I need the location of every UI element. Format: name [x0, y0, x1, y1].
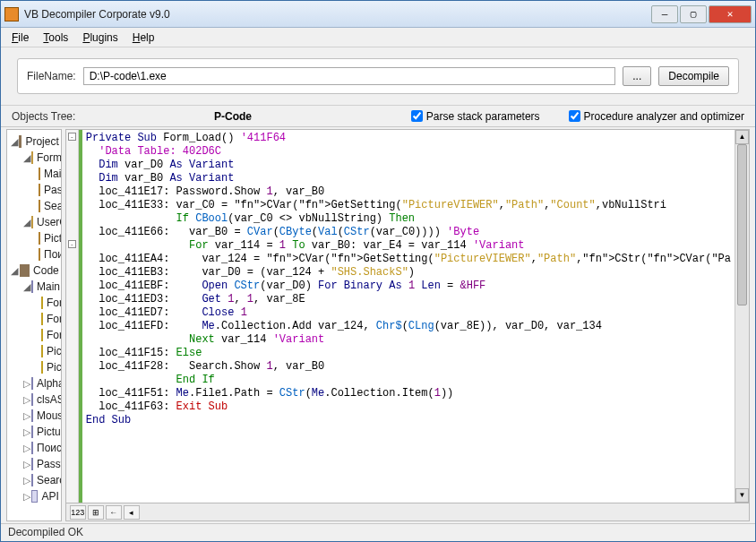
method-icon: [41, 329, 43, 341]
form-icon: [39, 184, 40, 196]
tree-method[interactable]: Form_Load_411F64: [9, 295, 59, 311]
expander-icon[interactable]: ▷: [23, 491, 30, 502]
code-text[interactable]: Private Sub Form_Load() '411F64 'Data Ta…: [82, 130, 735, 503]
expander-icon[interactable]: ◢: [23, 152, 30, 163]
module-icon: [31, 280, 33, 293]
tree-module-api[interactable]: ▷API: [9, 488, 59, 504]
tree-form-search[interactable]: Search: [9, 198, 59, 214]
statusbar-btn-4[interactable]: ◂: [124, 505, 140, 520]
vertical-scrollbar[interactable]: ▲ ▼: [735, 130, 749, 503]
code-gutter[interactable]: - -: [66, 130, 79, 503]
expander-icon[interactable]: ▷: [23, 459, 30, 469]
statusbar-btn-1[interactable]: 123: [70, 505, 86, 520]
expander-icon[interactable]: ◢: [11, 136, 18, 147]
menu-plugins[interactable]: Plugins: [75, 30, 125, 46]
tree-module-clsasmpic[interactable]: ▷clsASMpic: [9, 391, 59, 408]
status-bar: Decompiled OK: [1, 523, 755, 541]
tree-form-password[interactable]: Password: [9, 182, 59, 198]
tree-uc-item[interactable]: Поиск: [9, 246, 59, 262]
proc-analyzer-label: Procedure analyzer and optimizer: [584, 110, 744, 123]
tree-uc-item[interactable]: PictureViever: [9, 230, 59, 246]
tree-label: Code: [33, 264, 59, 277]
tree-label: Project: [25, 135, 58, 148]
menu-help-label: elp: [140, 31, 154, 44]
close-button[interactable]: ✕: [709, 5, 752, 23]
titlebar[interactable]: VB Decompiler Corporate v9.0 — ▢ ✕: [1, 1, 755, 28]
menu-file[interactable]: File: [4, 30, 36, 46]
expander-icon[interactable]: ▷: [23, 443, 30, 453]
objects-tree[interactable]: ◢Project◢FormsMainPasswordSearch◢UserCon…: [6, 129, 62, 521]
menu-help[interactable]: Help: [125, 30, 162, 46]
scroll-up-button[interactable]: ▲: [735, 130, 749, 144]
folder-icon: [31, 151, 33, 164]
method-icon: [41, 345, 43, 357]
tree-method[interactable]: PictureViever1_Unknown: [9, 359, 59, 375]
expander-icon[interactable]: ▷: [23, 410, 30, 421]
tree-code[interactable]: ◢Code: [9, 262, 59, 279]
tree-module-alphablend[interactable]: ▷Alphablend: [9, 375, 59, 391]
tree-module-pictureviever[interactable]: ▷PictureViever: [9, 424, 59, 440]
expander-icon[interactable]: ◢: [23, 281, 30, 292]
parse-stack-checkbox[interactable]: [411, 110, 423, 122]
tree-module-поиск[interactable]: ▷Поиск: [9, 440, 59, 456]
browse-button[interactable]: ...: [623, 66, 651, 86]
tree-label: API: [41, 490, 58, 503]
tree-module-search[interactable]: ▷Search: [9, 472, 59, 488]
expander-icon[interactable]: ▷: [23, 378, 30, 389]
tree-label: PictureViever: [37, 426, 62, 438]
scroll-thumb[interactable]: [737, 144, 747, 305]
tree-method[interactable]: Form_KeyPress_413E1C: [9, 327, 59, 343]
status-text: Decompiled OK: [8, 526, 83, 538]
module-icon: [31, 426, 33, 438]
tree-forms[interactable]: ◢Forms: [9, 150, 59, 166]
fold-marker-icon[interactable]: -: [68, 133, 76, 141]
scroll-down-button[interactable]: ▼: [735, 488, 749, 503]
menu-tools[interactable]: Tools: [36, 30, 75, 46]
tree-label: PictureViever1_Unknown: [47, 345, 62, 357]
proc-analyzer-checkbox[interactable]: [569, 110, 580, 122]
code-area[interactable]: - - Private Sub Form_Load() '411F64 'Dat…: [65, 129, 750, 503]
tree-usercontrols[interactable]: ◢UserControls: [9, 214, 59, 230]
folder-icon: [31, 216, 33, 228]
proc-analyzer-checkbox-wrap[interactable]: Procedure analyzer and optimizer: [569, 110, 744, 123]
expander-icon[interactable]: ◢: [23, 217, 30, 228]
module-icon: [31, 474, 33, 486]
decompile-button[interactable]: Decompile: [658, 66, 729, 86]
minimize-button[interactable]: —: [651, 5, 678, 23]
expander-icon[interactable]: ◢: [11, 265, 19, 276]
fold-marker-icon[interactable]: -: [68, 240, 76, 248]
statusbar-btn-3[interactable]: ←: [106, 505, 122, 520]
maximize-button[interactable]: ▢: [680, 5, 707, 23]
tree-label: Form_KeyPress_413E1C: [47, 329, 62, 341]
tree-label: PictureViever: [44, 232, 62, 245]
tree-label: UserControls: [37, 216, 62, 228]
tree-label: clsASMpic: [37, 393, 62, 406]
method-icon: [41, 297, 43, 309]
tree-label: Поиск: [37, 442, 62, 454]
tree-project[interactable]: ◢Project: [9, 133, 59, 150]
app-icon: [4, 7, 19, 22]
tree-main[interactable]: ◢Main: [9, 279, 59, 295]
tree-label: PictureViever1_Unknown: [47, 361, 62, 374]
expander-icon[interactable]: ▷: [23, 394, 30, 405]
tree-label: Form_Load_411F64: [47, 297, 62, 309]
tree-module-mousescrollapi[interactable]: ▷MouseScrollApi: [9, 408, 59, 424]
code-section-title: P-Code: [214, 110, 393, 123]
statusbar-btn-2[interactable]: ⊞: [88, 505, 104, 520]
file-row: FileName: ... Decompile: [17, 58, 739, 94]
form-icon: [39, 248, 40, 261]
method-icon: [41, 313, 43, 325]
expander-icon[interactable]: ▷: [23, 426, 30, 437]
parse-stack-checkbox-wrap[interactable]: Parse stack parameters: [411, 110, 540, 123]
tree-method[interactable]: PictureViever1_Unknown: [9, 343, 59, 359]
filename-input[interactable]: [83, 67, 616, 85]
tree-label: Forms: [37, 151, 62, 164]
method-icon: [41, 361, 43, 374]
tree-label: Alphablend: [37, 377, 62, 390]
tree-method[interactable]: Form_Activate_41155C: [9, 311, 59, 327]
expander-icon[interactable]: ▷: [23, 475, 30, 486]
form-icon: [39, 168, 40, 180]
tree-module-password[interactable]: ▷Password: [9, 456, 59, 472]
tree-form-main[interactable]: Main: [9, 166, 59, 182]
tree-label: MouseScrollApi: [37, 409, 62, 422]
